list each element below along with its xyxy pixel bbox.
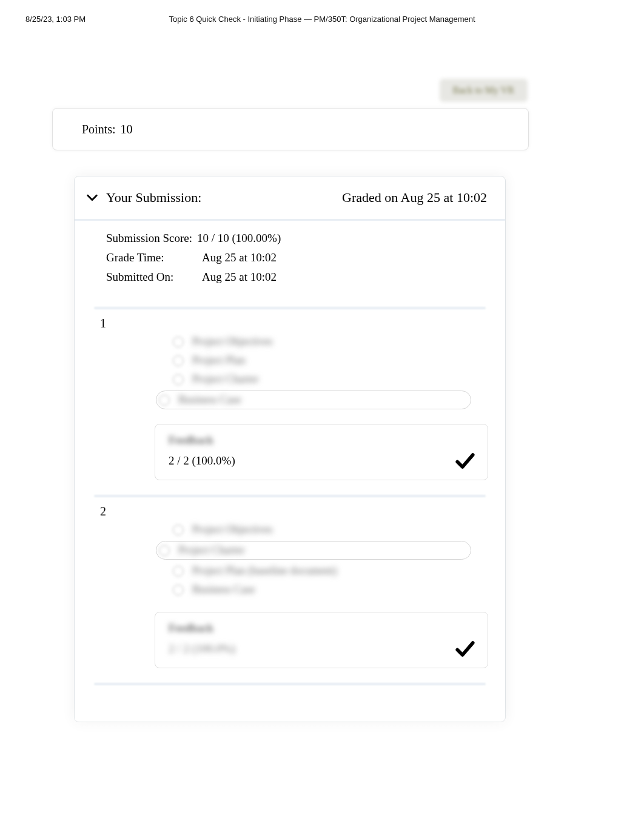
question-body: Project Objectives Project Plan Project …	[173, 327, 486, 409]
option-row[interactable]: Project Charter	[173, 372, 486, 387]
option-label: Project Plan (baseline document)	[192, 565, 337, 577]
submission-meta: Submission Score: 10 / 10 (100.00%) Grad…	[75, 221, 505, 307]
grade-time-label: Grade Time:	[106, 251, 197, 264]
check-icon	[455, 451, 475, 471]
points-label: Points:	[82, 122, 116, 136]
radio-icon	[173, 337, 184, 347]
submission-score-value: 10 / 10 (100.00%)	[197, 232, 281, 245]
option-label: Project Plan	[192, 354, 246, 367]
feedback-title: Feedback	[169, 622, 474, 635]
check-icon	[455, 639, 475, 659]
page: 8/25/23, 1:03 PM Topic 6 Quick Check - I…	[0, 0, 644, 835]
radio-icon	[159, 545, 170, 556]
feedback-title: Feedback	[169, 434, 474, 447]
option-label: Project Objectives	[192, 523, 272, 536]
feedback-box: Feedback 2 / 2 (100.0%)	[155, 612, 488, 668]
submitted-on-row: Submitted On: Aug 25 at 10:02	[106, 270, 474, 284]
grade-time-value: Aug 25 at 10:02	[202, 251, 277, 264]
submitted-on-value: Aug 25 at 10:02	[202, 270, 277, 284]
radio-icon	[159, 395, 170, 406]
option-row[interactable]: Project Plan (baseline document)	[173, 563, 486, 578]
feedback-score: 2 / 2 (100.0%)	[169, 642, 474, 656]
option-label: Business Case	[178, 394, 241, 406]
option-row[interactable]: Project Objectives	[173, 334, 486, 349]
option-label: Project Objectives	[192, 335, 272, 348]
option-row-selected[interactable]: Business Case	[156, 391, 471, 409]
option-label: Project Charter	[192, 373, 258, 386]
question-2: 2 Project Objectives Project Charter Pro…	[75, 497, 505, 683]
chevron-down-icon	[86, 191, 99, 204]
option-label: Project Charter	[178, 544, 244, 557]
option-row[interactable]: Project Objectives	[173, 522, 486, 537]
points-value: 10	[121, 122, 133, 136]
radio-icon	[173, 585, 184, 595]
print-title: Topic 6 Quick Check - Initiating Phase —…	[0, 15, 644, 24]
submission-header-title: Your Submission:	[106, 190, 201, 206]
option-label: Business Case	[192, 583, 255, 596]
question-1: 1 Project Objectives Project Plan Projec…	[75, 309, 505, 495]
option-row[interactable]: Business Case	[173, 582, 486, 597]
separator	[94, 683, 486, 685]
question-body: Project Objectives Project Charter Proje…	[173, 515, 486, 597]
submitted-on-label: Submitted On:	[106, 270, 197, 284]
option-row-selected[interactable]: Project Charter	[156, 541, 471, 560]
submission-score-label: Submission Score:	[106, 232, 192, 245]
option-row[interactable]: Project Plan	[173, 353, 486, 368]
feedback-box: Feedback 2 / 2 (100.0%)	[155, 424, 488, 480]
radio-icon	[173, 525, 184, 535]
submission-header[interactable]: Your Submission: Graded on Aug 25 at 10:…	[75, 176, 505, 221]
radio-icon	[173, 355, 184, 366]
points-card: Points: 10	[52, 108, 529, 150]
submission-score-row: Submission Score: 10 / 10 (100.00%)	[106, 232, 474, 245]
radio-icon	[173, 374, 184, 385]
submission-card: Your Submission: Graded on Aug 25 at 10:…	[74, 176, 506, 722]
back-button[interactable]: Back to My VR	[440, 79, 528, 102]
graded-on-text: Graded on Aug 25 at 10:02	[342, 190, 487, 206]
grade-time-row: Grade Time: Aug 25 at 10:02	[106, 251, 474, 264]
radio-icon	[173, 566, 184, 577]
feedback-score: 2 / 2 (100.0%)	[169, 454, 474, 468]
